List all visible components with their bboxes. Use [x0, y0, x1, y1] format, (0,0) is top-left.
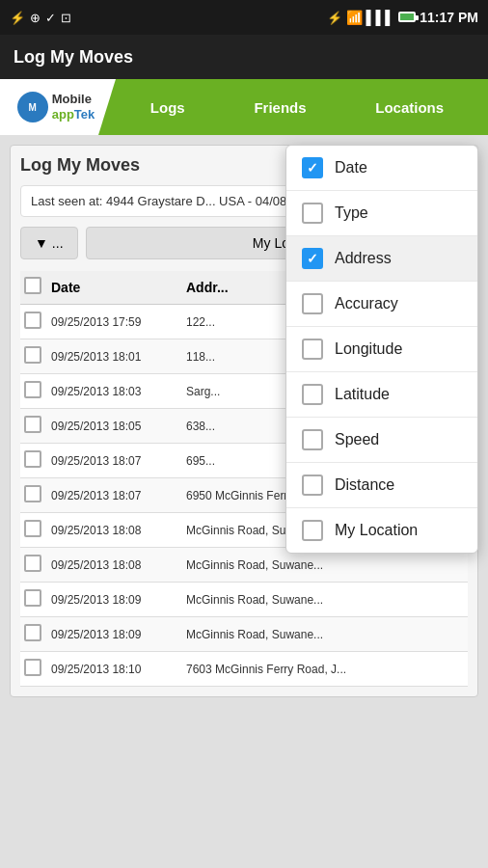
- distance-checkbox[interactable]: [302, 475, 323, 496]
- row-addr-8: McGinnis Road, Suwane...: [186, 558, 464, 572]
- logo-icon: M: [17, 92, 48, 122]
- latitude-checkbox[interactable]: [302, 384, 323, 405]
- date-label: Date: [335, 159, 367, 176]
- row-checkbox-9[interactable]: [24, 589, 41, 607]
- nav-items: Logs Friends Locations: [116, 94, 488, 122]
- row-checkbox-10[interactable]: [24, 624, 41, 641]
- nav-locations[interactable]: Locations: [367, 94, 451, 122]
- dropdown-item-address[interactable]: Address: [286, 236, 477, 282]
- distance-label: Distance: [335, 476, 394, 494]
- header-date: Date: [51, 280, 186, 295]
- row-date-3: 09/25/2013 18:03: [51, 385, 186, 398]
- row-checkbox-3[interactable]: [24, 381, 41, 398]
- header-address: Addr...: [186, 280, 229, 295]
- dropdown-item-accuracy[interactable]: Accuracy: [286, 282, 477, 327]
- nav-friends[interactable]: Friends: [246, 94, 313, 122]
- row-checkbox-5[interactable]: [24, 450, 41, 468]
- bluetooth-icon: ⚡: [327, 11, 342, 25]
- filter-icon: ▼: [35, 235, 48, 251]
- dropdown-item-speed[interactable]: Speed: [286, 418, 477, 463]
- row-date-2: 09/25/2013 18:01: [51, 350, 186, 364]
- dropdown-item-mylocation[interactable]: My Location: [286, 508, 477, 553]
- filter-label: ...: [52, 235, 64, 251]
- row-checkbox-8[interactable]: [24, 555, 41, 572]
- table-row: 09/25/2013 18:09 McGinnis Road, Suwane..…: [20, 583, 468, 617]
- latitude-label: Latitude: [335, 386, 390, 403]
- dropdown-item-latitude[interactable]: Latitude: [286, 372, 477, 418]
- row-checkbox-6[interactable]: [24, 485, 41, 502]
- row-addr-9: McGinnis Road, Suwane...: [186, 593, 464, 607]
- check-icon: ✓: [45, 11, 56, 25]
- row-checkbox-4[interactable]: [24, 416, 41, 433]
- speed-label: Speed: [335, 431, 379, 448]
- row-addr-11: 7603 McGinnis Ferry Road, J...: [186, 663, 464, 676]
- time-display: 11:17 PM: [420, 10, 478, 25]
- row-addr-10: McGinnis Road, Suwane...: [186, 628, 464, 641]
- dropdown-menu: Date Type Address Accuracy Longitude Lat…: [285, 145, 478, 554]
- accuracy-checkbox[interactable]: [302, 293, 323, 314]
- row-date-6: 09/25/2013 18:07: [51, 489, 186, 502]
- table-row: 09/25/2013 18:09 McGinnis Road, Suwane..…: [20, 617, 468, 652]
- logo-text: Mobile appTek: [52, 92, 95, 122]
- inbox-icon: ⊡: [61, 11, 71, 25]
- row-date-10: 09/25/2013 18:09: [51, 628, 186, 641]
- battery-icon: [398, 10, 416, 25]
- status-icons-left: ⚡ ⊕ ✓ ⊡: [10, 11, 71, 25]
- filter-button[interactable]: ▼ ...: [20, 227, 78, 259]
- nav-bar: M Mobile appTek Logs Friends Locations: [0, 79, 488, 135]
- speed-checkbox[interactable]: [302, 429, 323, 450]
- header-check: [24, 277, 51, 298]
- row-checkbox-2[interactable]: [24, 346, 41, 364]
- dropdown-item-longitude[interactable]: Longitude: [286, 327, 477, 372]
- row-date-11: 09/25/2013 18:10: [51, 663, 186, 676]
- app-bar: Log My Moves: [0, 35, 488, 79]
- row-checkbox-7[interactable]: [24, 520, 41, 537]
- dropdown-item-date[interactable]: Date: [286, 146, 477, 191]
- signal-icon: ▌▌▌: [366, 10, 395, 25]
- row-checkbox-1[interactable]: [24, 312, 41, 329]
- table-row: 09/25/2013 18:10 7603 McGinnis Ferry Roa…: [20, 652, 468, 687]
- mylocation-label: My Location: [335, 522, 418, 539]
- address-label: Address: [335, 250, 392, 267]
- type-checkbox[interactable]: [302, 203, 323, 224]
- date-checkbox[interactable]: [302, 157, 323, 178]
- row-checkbox-11[interactable]: [24, 659, 41, 676]
- row-date-4: 09/25/2013 18:05: [51, 420, 186, 433]
- dropdown-item-type[interactable]: Type: [286, 191, 477, 236]
- nav-logs[interactable]: Logs: [143, 94, 193, 122]
- accuracy-label: Accuracy: [335, 295, 398, 312]
- mylocation-checkbox[interactable]: [302, 520, 323, 541]
- row-date-7: 09/25/2013 18:08: [51, 524, 186, 537]
- row-date-8: 09/25/2013 18:08: [51, 558, 186, 572]
- app-title: Log My Moves: [14, 47, 133, 68]
- dropdown-item-distance[interactable]: Distance: [286, 463, 477, 508]
- usb-icon: ⚡: [10, 11, 25, 25]
- status-bar: ⚡ ⊕ ✓ ⊡ ⚡ 📶 ▌▌▌ 11:17 PM: [0, 0, 488, 35]
- type-label: Type: [335, 204, 368, 222]
- status-icons-right: ⚡ 📶 ▌▌▌ 11:17 PM: [327, 10, 478, 25]
- wifi-icon: 📶: [346, 10, 363, 25]
- logo: M Mobile appTek: [0, 79, 116, 135]
- main-content: Log My Moves Last seen at: 4944 Graystar…: [0, 135, 488, 868]
- row-date-5: 09/25/2013 18:07: [51, 454, 186, 468]
- longitude-label: Longitude: [335, 340, 402, 358]
- address-checkbox[interactable]: [302, 248, 323, 269]
- header-checkbox[interactable]: [24, 277, 41, 294]
- row-date-9: 09/25/2013 18:09: [51, 593, 186, 607]
- row-date-1: 09/25/2013 17:59: [51, 315, 186, 329]
- app-icon: ⊕: [30, 11, 41, 25]
- longitude-checkbox[interactable]: [302, 339, 323, 360]
